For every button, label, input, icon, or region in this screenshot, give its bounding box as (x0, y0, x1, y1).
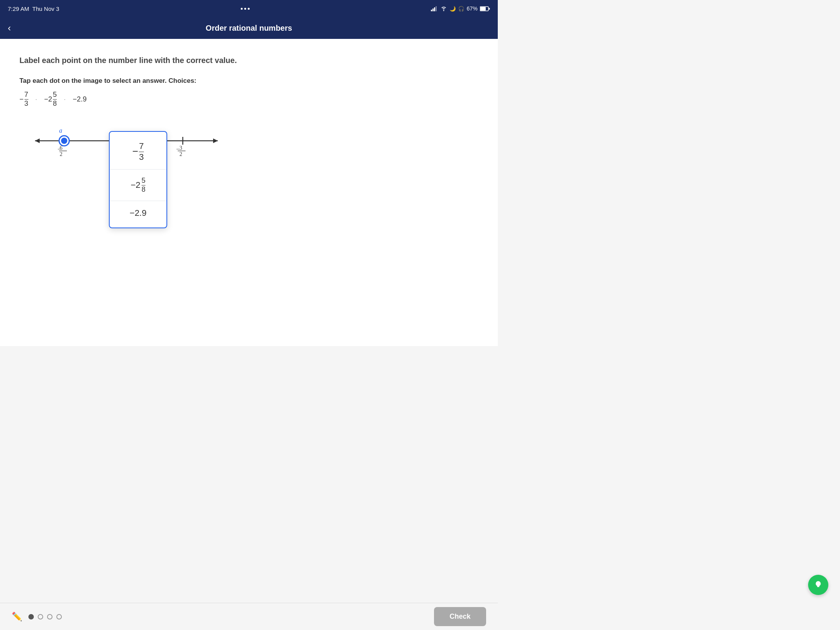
status-right: 🌙 🎧 67% (431, 5, 490, 12)
status-left: 7:29 AM Thu Nov 3 (8, 5, 59, 12)
question-text: Label each point on the number line with… (19, 54, 478, 66)
signal-icon (431, 6, 438, 11)
svg-rect-6 (480, 7, 486, 10)
dot-menu (241, 8, 250, 10)
dropdown-item-3[interactable]: −2.9 (110, 203, 166, 224)
date: Thu Nov 3 (32, 5, 59, 12)
svg-point-15 (61, 138, 67, 144)
choice-1: − 7 3 (19, 91, 28, 108)
svg-text:2: 2 (60, 151, 63, 157)
choice-separator-2: · (64, 95, 66, 103)
choice-separator-1: · (35, 95, 37, 103)
svg-rect-2 (434, 7, 435, 11)
status-bar: 7:29 AM Thu Nov 3 🌙 🎧 67% (0, 0, 498, 17)
dropdown-item-1[interactable]: − 7 3 (110, 136, 166, 168)
dropdown-item-2[interactable]: −2 5 8 (110, 171, 166, 199)
time: 7:29 AM (8, 5, 29, 12)
choice-3: −2.9 (73, 95, 87, 103)
svg-marker-9 (35, 138, 40, 143)
divider-2 (110, 201, 166, 201)
moon-icon: 🌙 (450, 6, 456, 12)
nav-bar: ‹ Order rational numbers (0, 17, 498, 39)
svg-text:2: 2 (180, 151, 182, 157)
svg-rect-3 (436, 6, 437, 11)
svg-text:3: 3 (180, 145, 182, 151)
headphone-icon: 🎧 (458, 6, 464, 12)
instruction-text: Tap each dot on the image to select an a… (19, 77, 478, 85)
svg-point-4 (443, 10, 444, 11)
main-content: Label each point on the number line with… (0, 39, 498, 346)
battery-icon (480, 6, 490, 11)
choice-2: −2 5 8 (44, 91, 57, 108)
divider-1 (110, 169, 166, 170)
back-button[interactable]: ‹ (8, 23, 11, 33)
wifi-icon (440, 6, 447, 11)
choices-row: − 7 3 · −2 5 8 · −2.9 (19, 91, 478, 108)
svg-rect-0 (431, 10, 432, 11)
svg-text:6: 6 (60, 145, 63, 151)
number-line-area: a − 6 2 − 4 2 − 3 2 − 7 (27, 116, 478, 168)
svg-text:a: a (59, 127, 62, 134)
page-title: Order rational numbers (206, 24, 292, 33)
svg-marker-10 (213, 138, 218, 143)
battery-percent: 67% (467, 5, 478, 12)
svg-rect-7 (489, 8, 490, 10)
dropdown-popup[interactable]: − 7 3 −2 5 8 (109, 131, 167, 228)
svg-rect-1 (432, 9, 434, 11)
